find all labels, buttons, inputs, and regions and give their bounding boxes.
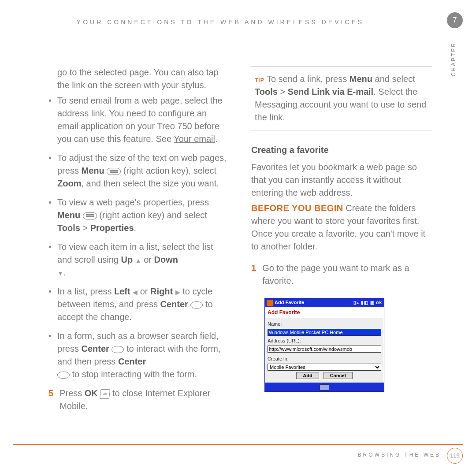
center-key-icon [57, 372, 70, 379]
footer-divider [13, 444, 463, 445]
before-you-begin-paragraph: BEFORE YOU BEGIN Create the folders wher… [251, 202, 432, 253]
chapter-number-badge: 7 [447, 12, 463, 28]
url-label: Address (URL): [268, 338, 381, 345]
footer-text: BROWSING THE WEB [358, 451, 441, 459]
chapter-label: CHAPTER [450, 42, 457, 76]
cancel-button[interactable]: Cancel [324, 372, 353, 379]
menu-key-icon [107, 168, 121, 175]
windows-flag-icon [267, 300, 273, 306]
bullet-list-scroll: To view each item in a list, select the … [48, 241, 229, 279]
step-5: 5 Press OK OK to close Internet Explorer… [48, 387, 229, 413]
page-number-badge: 119 [447, 448, 463, 464]
device-screenshot: Add Favorite ▯₊ ▮◧ ▥ ok Add Favorite Nam… [264, 298, 384, 392]
step-number: 1 [251, 262, 256, 287]
bullet-list-cycle: In a list, press Left ◀ or Right ▶ to cy… [48, 285, 229, 324]
status-icons: ▯₊ ▮◧ ▥ ok [353, 300, 382, 306]
titlebar: Add Favorite ▯₊ ▮◧ ▥ ok [265, 298, 384, 307]
right-triangle-icon: ▶ [175, 289, 180, 296]
left-column: go to the selected page. You can also ta… [48, 66, 229, 413]
folder-label: Create in: [268, 356, 381, 363]
add-button[interactable]: Add [296, 372, 319, 379]
center-key-icon [112, 346, 124, 353]
bullet-send-email: To send email from a web page, select th… [48, 94, 229, 145]
bullet-form-interact: In a form, such as a browser search fiel… [48, 330, 229, 381]
name-label: Name: [268, 321, 381, 328]
favorites-paragraph: Favorites let you bookmark a web page so… [251, 161, 432, 199]
tip-box: TIP To send a link, press Menu and selec… [251, 66, 432, 130]
folder-select[interactable]: Mobile Favorites [268, 364, 381, 371]
bullet-properties: To view a web page's properties, press M… [48, 196, 229, 234]
header-text: YOUR CONNECTIONS TO THE WEB AND WIRELESS… [0, 18, 441, 26]
down-triangle-icon: ▼ [57, 270, 63, 277]
right-column: TIP To send a link, press Menu and selec… [251, 66, 432, 413]
step-1: 1 Go to the page you want to mark as a f… [251, 262, 432, 287]
tip-tag: TIP [255, 77, 264, 83]
up-triangle-icon: ▲ [135, 257, 141, 264]
center-key-icon [190, 301, 203, 309]
intro-paragraph: go to the selected page. You can also ta… [48, 66, 229, 92]
menu-key-icon [83, 212, 97, 219]
name-field[interactable] [268, 329, 381, 336]
step-number: 5 [48, 387, 53, 413]
url-field[interactable] [268, 346, 381, 353]
link-your-email[interactable]: Your email [174, 134, 215, 144]
left-triangle-icon: ◀ [133, 289, 138, 296]
bullet-text-size: To adjust the size of the text on web pa… [48, 152, 229, 190]
bottom-bar [265, 383, 384, 391]
dialog-heading: Add Favorite [265, 307, 384, 318]
titlebar-text: Add Favorite [275, 299, 304, 306]
ok-key-icon: OK [100, 389, 110, 399]
before-you-begin-label: BEFORE YOU BEGIN [251, 203, 343, 213]
heading-creating-favorite: Creating a favorite [251, 144, 432, 156]
keyboard-icon[interactable] [320, 384, 329, 390]
